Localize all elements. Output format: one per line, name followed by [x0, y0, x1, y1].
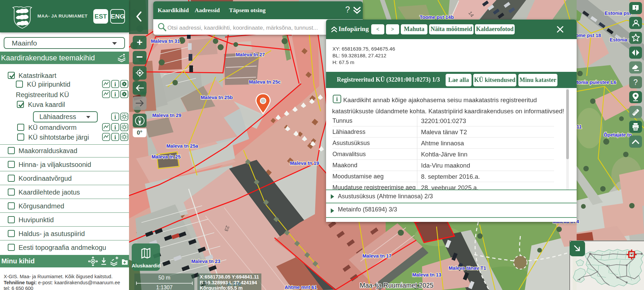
- svg-text:i: i: [114, 124, 116, 131]
- svg-text:i: i: [114, 114, 116, 120]
- svg-text:Maleva tn 27: Maleva tn 27: [236, 52, 265, 57]
- svg-text:Maleva tn 25b: Maleva tn 25b: [201, 95, 233, 100]
- svg-text:Maleva tn 17: Maleva tn 17: [362, 253, 391, 259]
- svg-text:Maleva tn 31: Maleva tn 31: [151, 38, 180, 44]
- svg-text:Maleva tn 25: Maleva tn 25: [152, 154, 181, 160]
- svg-text:Maleva tn 25a: Maleva tn 25a: [166, 143, 198, 149]
- svg-text:Estonia pst: Estonia pst: [605, 10, 631, 16]
- svg-text:Õpetajate tn: Õpetajate tn: [604, 132, 632, 138]
- svg-text:i: i: [114, 91, 116, 98]
- svg-text:Maleva tn 25c: Maleva tn 25c: [249, 79, 281, 85]
- svg-text:i: i: [114, 81, 116, 88]
- svg-text:Maleva tn 23: Maleva tn 23: [191, 259, 220, 264]
- svg-text:Maleva tn 19: Maleva tn 19: [290, 161, 319, 166]
- svg-text:i: i: [114, 134, 116, 141]
- svg-text:Toome pst 14b: Toome pst 14b: [420, 14, 454, 20]
- svg-text:Maleva tänav T1: Maleva tänav T1: [449, 265, 486, 271]
- svg-text:Ahtme mnt 61: Ahtme mnt 61: [285, 285, 317, 290]
- svg-text:Estonia puiestee L6: Estonia puiestee L6: [571, 80, 616, 85]
- svg-text:Maleva tn 13: Maleva tn 13: [412, 272, 441, 278]
- svg-text:Maa- ja Ruumiamet 2025: Maa- ja Ruumiamet 2025: [360, 282, 433, 289]
- svg-text:Maleva tn 29: Maleva tn 29: [152, 113, 181, 118]
